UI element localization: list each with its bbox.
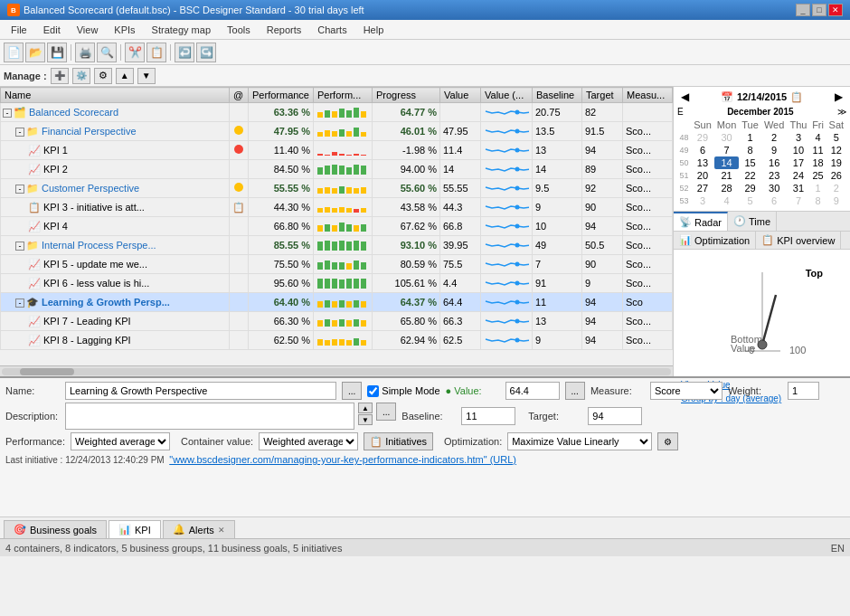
- measure-select[interactable]: Score: [650, 382, 722, 400]
- maximize-button[interactable]: □: [812, 4, 826, 16]
- col-perform-chart[interactable]: Perform...: [314, 88, 373, 103]
- calendar-day[interactable]: 23: [761, 169, 788, 182]
- menu-strategy[interactable]: Strategy map: [145, 23, 218, 37]
- col-baseline[interactable]: Baseline: [533, 88, 582, 103]
- desc-up-button[interactable]: ▲: [358, 403, 373, 413]
- kpi-overview-tab[interactable]: 📋 KPI overview: [756, 232, 841, 249]
- new-button[interactable]: 📄: [4, 43, 24, 62]
- simple-mode-checkbox[interactable]: [367, 385, 379, 397]
- calendar-day[interactable]: 4: [714, 194, 740, 207]
- calendar-day[interactable]: 1: [739, 131, 760, 144]
- col-at[interactable]: @: [230, 88, 249, 103]
- kpi-tab[interactable]: 📊 KPI: [109, 520, 161, 538]
- cal-next-icon[interactable]: ▶: [831, 90, 846, 103]
- menu-edit[interactable]: Edit: [36, 23, 68, 37]
- manage-down-button[interactable]: ▼: [137, 68, 156, 84]
- menu-reports[interactable]: Reports: [260, 23, 309, 37]
- table-row[interactable]: -🎓Learning & Growth Persp...64.40 %64.37…: [1, 293, 673, 312]
- calendar-day[interactable]: 5: [826, 131, 846, 144]
- calendar-day[interactable]: 13: [691, 156, 714, 169]
- manage-add-button[interactable]: ➕: [51, 68, 69, 84]
- calendar-day[interactable]: 9: [826, 194, 846, 207]
- horizontal-scrollbar[interactable]: [0, 365, 673, 376]
- calendar-day[interactable]: 19: [826, 156, 846, 169]
- calendar-day[interactable]: 28: [714, 182, 740, 194]
- print-button[interactable]: 🖨️: [75, 43, 95, 62]
- business-goals-tab[interactable]: 🎯 Business goals: [4, 520, 107, 538]
- name-edit-button[interactable]: ...: [342, 382, 362, 400]
- target-input[interactable]: [588, 407, 642, 425]
- calendar-day[interactable]: 31: [787, 182, 809, 194]
- menu-file[interactable]: File: [4, 23, 34, 37]
- close-button[interactable]: ✕: [828, 4, 843, 16]
- table-row[interactable]: 📈KPI 111.40 %-1.98 %11.41394Sco...: [1, 141, 673, 160]
- calendar-day[interactable]: 3: [691, 194, 714, 207]
- calendar-day[interactable]: 29: [691, 131, 714, 144]
- menu-charts[interactable]: Charts: [310, 23, 354, 37]
- cut-button[interactable]: ✂️: [125, 43, 145, 62]
- table-row[interactable]: 📋KPI 3 - initiative is att...📋44.30 %43.…: [1, 198, 673, 217]
- manage-up-button[interactable]: ▲: [116, 68, 134, 84]
- expand-icon[interactable]: -: [15, 185, 24, 194]
- table-row[interactable]: 📈KPI 6 - less value is hi...95.60 %105.6…: [1, 274, 673, 293]
- description-input[interactable]: [65, 403, 354, 430]
- cal-prev-icon[interactable]: ◀: [677, 90, 693, 103]
- calendar-day[interactable]: 24: [787, 169, 809, 182]
- minimize-button[interactable]: _: [796, 4, 810, 16]
- copy-button[interactable]: 📋: [146, 43, 166, 62]
- cal-expand-icon[interactable]: ≫: [837, 107, 846, 117]
- optimization-select[interactable]: Maximize Value Linearly: [507, 432, 652, 450]
- calendar-day[interactable]: 9: [761, 144, 788, 156]
- calendar-day[interactable]: 15: [739, 156, 760, 169]
- value-edit-button[interactable]: ...: [565, 382, 585, 400]
- calendar-day[interactable]: 29: [739, 182, 760, 194]
- calendar-day[interactable]: 7: [714, 144, 740, 156]
- calendar-day[interactable]: 12: [826, 144, 846, 156]
- redo-button[interactable]: ↪️: [196, 43, 216, 62]
- calendar-day[interactable]: 2: [826, 182, 846, 194]
- desc-down-button[interactable]: ▼: [358, 414, 373, 425]
- value-input[interactable]: [505, 382, 560, 400]
- save-button[interactable]: 💾: [47, 43, 67, 62]
- col-progress[interactable]: Progress: [373, 88, 440, 103]
- menu-tools[interactable]: Tools: [220, 23, 258, 37]
- desc-more-button[interactable]: ...: [376, 403, 396, 421]
- alerts-tab[interactable]: 🔔 Alerts ✕: [163, 520, 235, 538]
- col-name[interactable]: Name: [1, 88, 230, 103]
- performance-select[interactable]: Weighted average: [71, 432, 170, 450]
- table-row[interactable]: 📈KPI 5 - update me we...75.50 %80.59 %75…: [1, 255, 673, 274]
- table-row[interactable]: 📈KPI 466.80 %67.62 %66.81094Sco...: [1, 217, 673, 236]
- cal-collapse-icon[interactable]: E: [677, 107, 684, 117]
- calendar-day[interactable]: 26: [826, 169, 846, 182]
- calendar-day[interactable]: 16: [761, 156, 788, 169]
- initiatives-button[interactable]: 📋 Initiatives: [364, 432, 433, 450]
- initiative-link[interactable]: "www.bscdesigner.com/managing-your-key-p…: [169, 454, 516, 465]
- calendar-day[interactable]: 22: [739, 169, 760, 182]
- calendar-day[interactable]: 11: [809, 144, 826, 156]
- name-input[interactable]: [65, 382, 336, 400]
- col-target[interactable]: Target: [582, 88, 623, 103]
- calendar-day[interactable]: 5: [739, 194, 760, 207]
- calendar-day[interactable]: 21: [714, 169, 740, 182]
- calendar-day[interactable]: 4: [809, 131, 826, 144]
- expand-icon[interactable]: -: [3, 109, 12, 118]
- col-performance[interactable]: Performance: [249, 88, 314, 103]
- table-row[interactable]: -📁Customer Perspective55.55 %55.60 %55.5…: [1, 179, 673, 198]
- col-measure[interactable]: Measu...: [623, 88, 673, 103]
- container-select[interactable]: Weighted average: [259, 432, 358, 450]
- optimization-edit-button[interactable]: ⚙: [657, 432, 678, 450]
- menu-kpis[interactable]: KPIs: [107, 23, 142, 37]
- expand-icon[interactable]: -: [15, 299, 24, 308]
- calendar-day[interactable]: 17: [787, 156, 809, 169]
- menu-help[interactable]: Help: [356, 23, 392, 37]
- calendar-day[interactable]: 8: [809, 194, 826, 207]
- calendar-day[interactable]: 2: [761, 131, 788, 144]
- calendar-day[interactable]: 8: [739, 144, 760, 156]
- calendar-day[interactable]: 30: [761, 182, 788, 194]
- table-row[interactable]: 📈KPI 7 - Leading KPI66.30 %65.80 %66.313…: [1, 312, 673, 331]
- manage-gear-button[interactable]: ⚙: [94, 68, 112, 84]
- calendar-day[interactable]: 7: [787, 194, 809, 207]
- optimization-tab[interactable]: 📊 Optimization: [674, 232, 756, 249]
- baseline-input[interactable]: [461, 407, 515, 425]
- calendar-day[interactable]: 27: [691, 182, 714, 194]
